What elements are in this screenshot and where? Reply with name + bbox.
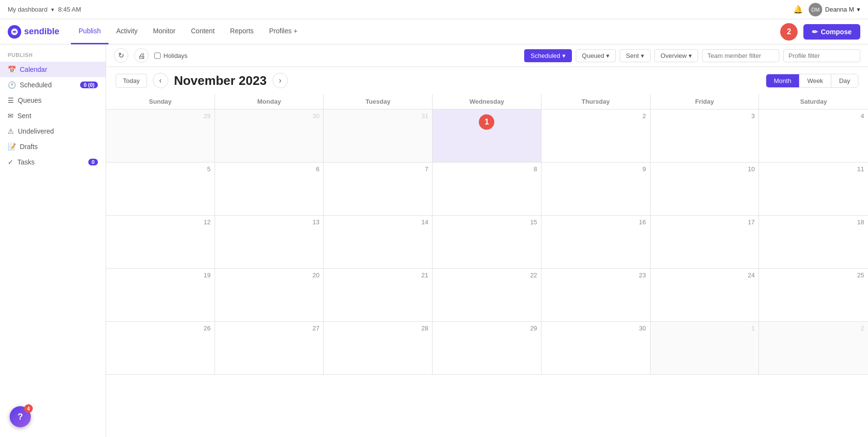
table-row[interactable]: 2	[759, 322, 868, 374]
week-2: 5 6 7 8 9 10 11	[106, 163, 868, 216]
table-row[interactable]: 24	[651, 269, 760, 321]
table-row[interactable]: 9	[542, 163, 651, 215]
table-row[interactable]: 19	[106, 269, 215, 321]
table-row[interactable]: 23	[542, 269, 651, 321]
compose-button[interactable]: ✏ Compose	[803, 24, 860, 40]
refresh-button[interactable]: ↻	[114, 48, 128, 63]
table-row[interactable]: 22	[433, 269, 542, 321]
table-row[interactable]: 1	[433, 109, 542, 162]
table-row[interactable]: 14	[324, 216, 433, 268]
table-row[interactable]: 26	[106, 322, 215, 374]
table-row[interactable]: 25	[759, 269, 868, 321]
topbar-right: 🔔 DM Deanna M ▾	[793, 3, 860, 16]
tasks-icon: ✓	[8, 158, 14, 166]
filter-overview[interactable]: Overview ▾	[654, 49, 698, 62]
table-row[interactable]: 4	[759, 109, 868, 162]
view-day-button[interactable]: Day	[831, 74, 858, 87]
next-arrow-icon: ›	[279, 76, 281, 85]
table-row[interactable]: 13	[215, 216, 324, 268]
week-3: 12 13 14 15 16 17 18	[106, 216, 868, 269]
profile-filter[interactable]	[783, 49, 860, 62]
table-row[interactable]: 1	[651, 322, 760, 374]
sidebar-item-queues[interactable]: ☰ Queues	[0, 93, 106, 108]
nav-item-activity[interactable]: Activity	[108, 19, 145, 44]
logo[interactable]: sendible	[8, 25, 59, 39]
table-row[interactable]: 30	[542, 322, 651, 374]
content-area: ↻ 🖨 Holidays Scheduled ▾ Queued ▾ Se	[106, 44, 868, 437]
table-row[interactable]: 16	[542, 216, 651, 268]
calendar-header: Today ‹ November 2023 › Month Week Day	[106, 67, 868, 94]
support-bubble[interactable]: ? 4	[10, 406, 31, 427]
team-member-filter[interactable]	[702, 49, 779, 62]
toolbar: ↻ 🖨 Holidays Scheduled ▾ Queued ▾ Se	[106, 44, 868, 67]
bell-icon[interactable]: 🔔	[793, 5, 803, 14]
filter-queued[interactable]: Queued ▾	[576, 49, 616, 62]
table-row[interactable]: 5	[106, 163, 215, 215]
day-header-friday: Friday	[651, 94, 760, 109]
calendar-day-headers: Sunday Monday Tuesday Wednesday Thursday…	[106, 94, 868, 109]
nav-item-profiles[interactable]: Profiles +	[261, 19, 305, 44]
table-row[interactable]: 20	[215, 269, 324, 321]
day-header-saturday: Saturday	[759, 94, 868, 109]
sidebar-item-calendar[interactable]: 📅 Calendar	[0, 62, 106, 77]
topbar-left: My dashboard ▾ 8:45 AM	[8, 6, 81, 13]
table-row[interactable]: 15	[433, 216, 542, 268]
notification-badge[interactable]: 2	[780, 23, 798, 41]
filter-scheduled[interactable]: Scheduled ▾	[524, 49, 571, 62]
main-nav: Publish Activity Monitor Content Reports…	[71, 19, 780, 44]
view-week-button[interactable]: Week	[800, 74, 831, 87]
dashboard-label[interactable]: My dashboard	[8, 6, 47, 13]
table-row[interactable]: 10	[651, 163, 760, 215]
table-row[interactable]: 29	[433, 322, 542, 374]
table-row[interactable]: 3	[651, 109, 760, 162]
holidays-checkbox[interactable]	[154, 53, 161, 59]
sidebar-item-undelivered[interactable]: ⚠ Undelivered	[0, 123, 106, 139]
table-row[interactable]: 17	[651, 216, 760, 268]
nav-item-monitor[interactable]: Monitor	[145, 19, 183, 44]
nav-item-content[interactable]: Content	[183, 19, 222, 44]
table-row[interactable]: 29	[106, 109, 215, 162]
nav-item-reports[interactable]: Reports	[222, 19, 261, 44]
calendar-grid: Today ‹ November 2023 › Month Week Day	[106, 67, 868, 437]
sidebar-item-sent[interactable]: ✉ Sent	[0, 108, 106, 123]
sidebar-item-tasks[interactable]: ✓ Tasks 0	[0, 154, 106, 170]
holidays-checkbox-label[interactable]: Holidays	[154, 52, 188, 59]
next-month-button[interactable]: ›	[272, 73, 288, 88]
table-row[interactable]: 27	[215, 322, 324, 374]
print-button[interactable]: 🖨	[134, 48, 149, 63]
table-row[interactable]: 28	[324, 322, 433, 374]
overview-dropdown-icon: ▾	[689, 52, 692, 59]
today-button[interactable]: Today	[116, 74, 147, 88]
week-5: 26 27 28 29 30 1 2	[106, 322, 868, 375]
nav-item-publish[interactable]: Publish	[71, 19, 108, 44]
table-row[interactable]: 21	[324, 269, 433, 321]
sidebar-item-scheduled[interactable]: 🕐 Scheduled 0 (0)	[0, 77, 106, 93]
tasks-badge: 0	[88, 159, 98, 165]
scheduled-badge: 0 (0)	[80, 82, 98, 88]
table-row[interactable]: 6	[215, 163, 324, 215]
view-month-button[interactable]: Month	[766, 74, 800, 87]
toolbar-filters: Scheduled ▾ Queued ▾ Sent ▾ Overview ▾	[524, 49, 860, 62]
table-row[interactable]: 2	[542, 109, 651, 162]
dropdown-icon[interactable]: ▾	[51, 6, 54, 13]
filter-sent[interactable]: Sent ▾	[620, 49, 651, 62]
prev-arrow-icon: ‹	[159, 76, 162, 85]
sent-dropdown-icon: ▾	[641, 52, 644, 59]
table-row[interactable]: 31	[324, 109, 433, 162]
week-4: 19 20 21 22 23 24 25	[106, 269, 868, 322]
table-row[interactable]: 18	[759, 216, 868, 268]
day-header-monday: Monday	[215, 94, 324, 109]
table-row[interactable]: 7	[324, 163, 433, 215]
calendar-weeks: 29 30 31 1 2 3 4 5 6 7 8 9 1	[106, 109, 868, 375]
queues-icon: ☰	[8, 96, 14, 104]
prev-month-button[interactable]: ‹	[153, 73, 168, 88]
user-menu[interactable]: DM Deanna M ▾	[809, 3, 860, 16]
table-row[interactable]: 30	[215, 109, 324, 162]
sidebar-item-drafts[interactable]: 📝 Drafts	[0, 139, 106, 154]
table-row[interactable]: 12	[106, 216, 215, 268]
week-1: 29 30 31 1 2 3 4	[106, 109, 868, 163]
table-row[interactable]: 11	[759, 163, 868, 215]
refresh-icon: ↻	[118, 51, 124, 60]
table-row[interactable]: 8	[433, 163, 542, 215]
undelivered-icon: ⚠	[8, 127, 14, 135]
